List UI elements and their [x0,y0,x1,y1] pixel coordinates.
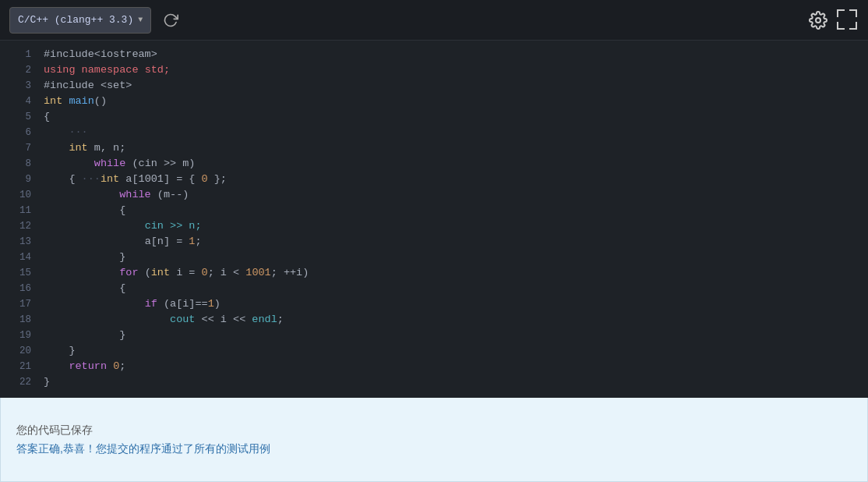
table-row: 21 return 0; [0,359,868,374]
table-row: 2using namespace std; [0,62,868,78]
code-content: int main() [44,94,107,109]
code-content: int m, n; [44,140,125,156]
code-content: return 0; [44,359,125,374]
code-content: cout << i << endl; [44,312,284,328]
code-content: if (a[i]==1) [44,296,221,312]
table-row: 15 for (int i = 0; i < 1001; ++i) [0,265,868,281]
line-number: 18 [12,312,31,328]
status-saved: 您的代码已保存 [16,424,852,438]
code-content: a[n] = 1; [44,234,202,250]
main-container: C/C++ (clang++ 3.3) ▼ [0,0,868,482]
code-content: { [44,109,50,125]
table-row: 4int main() [0,94,868,109]
toolbar: C/C++ (clang++ 3.3) ▼ [0,0,868,41]
code-content: for (int i = 0; i < 1001; ++i) [44,265,309,281]
table-row: 6 ··· [0,125,868,140]
expand-icon [837,9,859,31]
line-number: 15 [12,265,31,281]
table-row: 3#include <set> [0,78,868,94]
code-content: } [44,343,76,359]
code-content: { [44,281,125,296]
table-row: 18 cout << i << endl; [0,312,868,328]
table-row: 1#include<iostream> [0,47,868,62]
line-number: 7 [12,140,31,156]
line-number: 10 [12,187,31,203]
svg-point-0 [816,18,820,23]
table-row: 11 { [0,203,868,218]
settings-button[interactable] [809,11,827,30]
line-number: 13 [12,234,31,250]
editor-wrapper: C/C++ (clang++ 3.3) ▼ [0,0,868,398]
table-row: 20 } [0,343,868,359]
line-number: 22 [12,374,31,390]
chevron-down-icon: ▼ [138,16,143,24]
table-row: 19 } [0,328,868,343]
status-success: 答案正确,恭喜！您提交的程序通过了所有的测试用例 [16,442,852,456]
line-number: 17 [12,296,31,312]
toolbar-left: C/C++ (clang++ 3.3) ▼ [9,7,182,34]
table-row: 22} [0,374,868,390]
language-label: C/C++ (clang++ 3.3) [18,14,133,26]
line-number: 1 [12,47,31,62]
line-number: 9 [12,172,31,187]
line-number: 2 [12,62,31,78]
code-area[interactable]: 1#include<iostream>2using namespace std;… [0,41,868,398]
code-content: #include<iostream> [44,47,157,62]
line-number: 11 [12,203,31,218]
line-number: 14 [12,250,31,265]
code-content: ··· [44,125,88,140]
table-row: 9 { ···int a[1001] = { 0 }; [0,172,868,187]
line-number: 6 [12,125,31,140]
line-number: 20 [12,343,31,359]
table-row: 12 cin >> n; [0,218,868,234]
code-content: #include <set> [44,78,132,94]
line-number: 8 [12,156,31,172]
toolbar-right [809,9,859,31]
line-number: 5 [12,109,31,125]
line-number: 12 [12,218,31,234]
code-content: } [44,374,50,390]
expand-button[interactable] [837,9,859,31]
code-content: using namespace std; [44,62,170,78]
code-content: cin >> n; [44,218,202,234]
code-content: while (cin >> m) [44,156,195,172]
code-content: } [44,250,125,265]
table-row: 8 while (cin >> m) [0,156,868,172]
table-row: 5{ [0,109,868,125]
table-row: 13 a[n] = 1; [0,234,868,250]
line-number: 21 [12,359,31,374]
table-row: 17 if (a[i]==1) [0,296,868,312]
line-number: 4 [12,94,31,109]
table-row: 7 int m, n; [0,140,868,156]
code-content: } [44,328,125,343]
language-selector[interactable]: C/C++ (clang++ 3.3) ▼ [9,7,151,34]
table-row: 16 { [0,281,868,296]
table-row: 10 while (m--) [0,187,868,203]
status-bar: 您的代码已保存 答案正确,恭喜！您提交的程序通过了所有的测试用例 [0,398,868,482]
refresh-button[interactable] [159,9,182,32]
code-content: { ···int a[1001] = { 0 }; [44,172,227,187]
code-content: while (m--) [44,187,189,203]
line-number: 3 [12,78,31,94]
line-number: 16 [12,281,31,296]
line-number: 19 [12,328,31,343]
code-content: { [44,203,125,218]
table-row: 14 } [0,250,868,265]
